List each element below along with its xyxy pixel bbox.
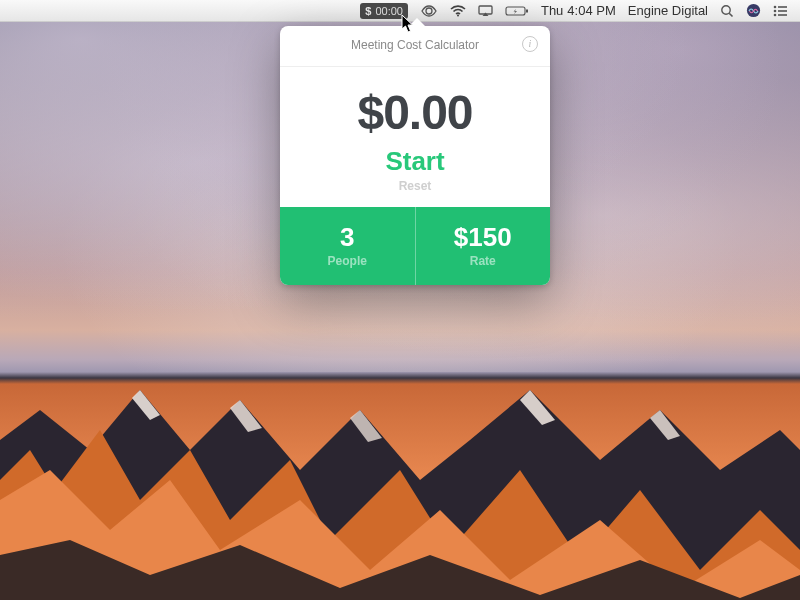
svg-point-4	[722, 5, 730, 13]
people-cell[interactable]: 3 People	[280, 207, 415, 285]
svg-rect-8	[778, 6, 787, 8]
rate-cell[interactable]: $150 Rate	[415, 207, 551, 285]
menubar-spotlight[interactable]	[714, 0, 740, 22]
info-button[interactable]: i	[522, 36, 538, 52]
start-button[interactable]: Start	[280, 146, 550, 179]
svg-rect-10	[778, 10, 787, 12]
reset-button[interactable]: Reset	[280, 179, 550, 207]
svg-line-5	[729, 13, 732, 16]
menubar-day: Thu	[541, 3, 563, 18]
cost-display: $0.00	[280, 67, 550, 146]
wifi-icon	[450, 5, 466, 17]
desktop: $ 00:00 Thu 4:04 PM	[0, 0, 800, 600]
menubar-siri[interactable]	[740, 0, 767, 22]
menubar-time: 4:04 PM	[567, 3, 615, 18]
dollar-icon: $	[365, 5, 371, 17]
menubar-user[interactable]: Engine Digital	[622, 0, 714, 22]
people-value: 3	[340, 224, 354, 250]
menubar-clock[interactable]: Thu 4:04 PM	[535, 0, 622, 22]
popover-footer: 3 People $150 Rate	[280, 207, 550, 285]
mountains-decoration	[0, 320, 800, 600]
menubar-meeting-meter[interactable]: $ 00:00	[354, 0, 414, 22]
menubar: $ 00:00 Thu 4:04 PM	[0, 0, 800, 22]
popover-title: Meeting Cost Calculator	[351, 38, 479, 52]
rate-label: Rate	[470, 254, 496, 268]
popover-header: Meeting Cost Calculator i	[280, 26, 550, 67]
menubar-wifi[interactable]	[444, 0, 472, 22]
svg-point-7	[774, 5, 777, 8]
svg-rect-12	[778, 14, 787, 16]
siri-icon	[746, 3, 761, 18]
meter-timer: 00:00	[375, 5, 403, 17]
magnifier-icon	[720, 4, 734, 18]
menubar-battery[interactable]	[499, 0, 535, 22]
svg-point-0	[457, 14, 459, 16]
menubar-notification-center[interactable]	[767, 0, 794, 22]
people-label: People	[328, 254, 367, 268]
menubar-airplay[interactable]	[472, 0, 499, 22]
svg-point-9	[774, 9, 777, 12]
list-icon	[773, 5, 788, 17]
menubar-username: Engine Digital	[628, 3, 708, 18]
eye-icon	[420, 5, 438, 17]
battery-charging-icon	[505, 5, 529, 17]
airplay-icon	[478, 5, 493, 17]
meeting-cost-popover: Meeting Cost Calculator i $0.00 Start Re…	[280, 26, 550, 285]
svg-point-11	[774, 13, 777, 16]
svg-rect-3	[526, 9, 528, 12]
rate-value: $150	[454, 224, 512, 250]
